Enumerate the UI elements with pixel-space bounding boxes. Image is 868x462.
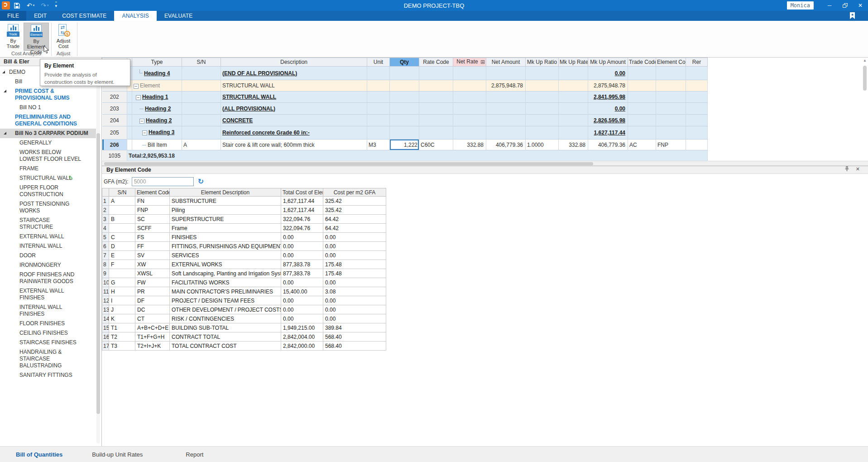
row-number[interactable]: 204 xyxy=(102,115,127,126)
row-number[interactable]: 203 xyxy=(102,103,127,115)
tree-item-internal-wall-finishes[interactable]: INTERNAL WALL FINISHES xyxy=(0,303,96,319)
cell-description[interactable]: STRUCTURAL WALL xyxy=(221,80,367,91)
scrollbar-thumb[interactable] xyxy=(863,66,867,91)
cell-type[interactable]: Heading 2 xyxy=(132,103,182,115)
cell-net-rate[interactable]: 332.88 xyxy=(453,140,486,150)
tree-item-handrailing[interactable]: HANDRAILING & STAIRCASE BALUSTRADING xyxy=(0,347,96,371)
cell-qty[interactable] xyxy=(390,115,419,126)
cell-mk-amount[interactable]: 2,875,948.78 xyxy=(588,80,628,91)
grid-row-206-selected[interactable]: 206 Bill Item A Stair core & lift core w… xyxy=(102,140,708,150)
grid-row-element[interactable]: −Element STRUCTURAL WALL 2,875,948.78 2,… xyxy=(102,80,708,91)
expander-icon[interactable] xyxy=(2,71,5,73)
cell-element[interactable] xyxy=(656,115,686,126)
row-number[interactable]: 202 xyxy=(102,91,127,103)
cell-remarks[interactable] xyxy=(686,103,708,115)
cell-qty[interactable] xyxy=(390,126,419,140)
cell-type[interactable]: −Element xyxy=(132,80,182,91)
cell-unit[interactable] xyxy=(367,115,390,126)
cell-rate-code[interactable] xyxy=(419,91,453,103)
col-header-sn[interactable]: S/N xyxy=(182,58,221,67)
refresh-icon[interactable]: ↻ xyxy=(198,178,204,185)
cell-element[interactable] xyxy=(656,126,686,140)
collapse-icon[interactable]: − xyxy=(134,84,139,89)
tab-bill-of-quantities[interactable]: Bill of Quantities xyxy=(11,451,67,458)
tree-item-works-below-lowest-floor-level[interactable]: WORKS BELOW LOWEST FLOOR LEVEL xyxy=(0,148,96,164)
cell-element[interactable] xyxy=(656,103,686,115)
expand-column-icon[interactable]: ⊞ xyxy=(480,58,485,66)
cell-element[interactable] xyxy=(656,91,686,103)
col-header-rate-code[interactable]: Rate Code xyxy=(419,58,453,67)
quick-access-toolbar-button[interactable]: ▾ xyxy=(55,2,58,9)
tree-item-ceiling-finishes[interactable]: CEILING FINISHES xyxy=(0,328,96,338)
tree-item-roof-finishes[interactable]: ROOF FINISHES AND RAINWATER GOODS xyxy=(0,270,96,286)
cell-type[interactable]: −Heading 3 xyxy=(132,126,182,140)
cell-mk-rate[interactable] xyxy=(559,67,588,80)
cell-mk-amount[interactable]: 2,826,595.98 xyxy=(588,115,628,126)
row-number[interactable]: 206 xyxy=(102,140,127,150)
tab-evaluate[interactable]: EVALUATE xyxy=(157,11,201,21)
cell-mk-amount[interactable]: 0.00 xyxy=(588,67,628,80)
bookmark-icon[interactable]: ★ xyxy=(849,12,855,21)
save-icon[interactable] xyxy=(14,2,20,9)
cell-description[interactable]: (ALL PROVISIONAL) xyxy=(221,103,367,115)
tab-report[interactable]: Report xyxy=(181,451,208,458)
col-header-net-amount[interactable]: Net Amount xyxy=(486,58,526,67)
cell-net-rate[interactable] xyxy=(453,91,486,103)
cell-mk-amount[interactable]: 406,779.36 xyxy=(588,140,628,150)
cell-qty[interactable] xyxy=(390,67,419,80)
col-header-cost-per-m2[interactable]: Cost per m2 GFA xyxy=(323,188,386,197)
cell-rate-code[interactable] xyxy=(419,67,453,80)
tab-analysis[interactable]: ANALYSIS xyxy=(114,11,156,21)
col-header-element-code[interactable]: Element Code xyxy=(135,188,170,197)
cell-mk-amount[interactable]: 2,841,995.98 xyxy=(588,91,628,103)
pin-panel-icon[interactable] xyxy=(844,166,849,173)
col-header-sn[interactable]: S/N xyxy=(109,188,135,197)
cell-net-amount[interactable]: 406,779.36 xyxy=(486,140,526,150)
tree-item-internal-wall[interactable]: INTERNAL WALL xyxy=(0,241,96,251)
cell-net-rate[interactable] xyxy=(453,126,486,140)
tree-item-preliminaries[interactable]: PRELIMINARIES AND GENERAL CONDITIONS xyxy=(0,112,96,129)
cell-trade[interactable] xyxy=(628,91,656,103)
tree-item-frame[interactable]: FRAME xyxy=(0,164,96,173)
cell-sn[interactable] xyxy=(182,126,221,140)
cell-remarks[interactable] xyxy=(686,140,708,150)
cell-sn[interactable] xyxy=(182,80,221,91)
col-header-mk-up-amount[interactable]: Mk Up Amount xyxy=(588,58,628,67)
cell-rate-code[interactable]: C60C xyxy=(419,140,453,150)
cell-mk-amount[interactable]: 1,627,117.44 xyxy=(588,126,628,140)
tree-item-staircase-structure[interactable]: STAIRCASE STRUCTURE xyxy=(0,216,96,232)
cell-mk-rate[interactable] xyxy=(559,126,588,140)
tree-item-external-wall[interactable]: EXTERNAL WALL xyxy=(0,232,96,241)
cell-type[interactable]: Bill Item xyxy=(132,140,182,150)
sidebar-scrollbar[interactable] xyxy=(96,67,100,443)
cell-sn[interactable] xyxy=(182,115,221,126)
close-panel-icon[interactable]: ✕ xyxy=(856,166,860,173)
grid-row-203[interactable]: 203 Heading 2 (ALL PROVISIONAL) 0.00 xyxy=(102,103,708,115)
tab-cost-estimate[interactable]: COST ESTIMATE xyxy=(54,11,114,21)
cell-remarks[interactable] xyxy=(686,115,708,126)
tree-item-ironmongery[interactable]: IRONMONGERY xyxy=(0,260,96,270)
cell-rate-code[interactable] xyxy=(419,126,453,140)
cell-unit[interactable] xyxy=(367,80,390,91)
undo-button[interactable]: ↶▾ xyxy=(27,2,34,9)
adjust-cost-button[interactable]: ⇄⇆ $ AdjustCost xyxy=(53,23,73,51)
cell-sn[interactable] xyxy=(182,91,221,103)
tree-item-prime-cost[interactable]: PRIME COST & PROVISIONAL SUMS xyxy=(0,87,96,103)
cell-remarks[interactable] xyxy=(686,91,708,103)
tree-item-external-wall-finishes[interactable]: EXTERNAL WALL FINISHES xyxy=(0,286,96,303)
col-header-type[interactable]: Type xyxy=(132,58,182,67)
grid-horizontal-scrollbar[interactable] xyxy=(102,161,868,166)
cell-ratio[interactable] xyxy=(526,126,559,140)
cell-trade[interactable] xyxy=(628,115,656,126)
cell-net-amount[interactable]: 2,875,948.78 xyxy=(486,80,526,91)
cell-unit[interactable] xyxy=(367,103,390,115)
cell-mk-rate[interactable] xyxy=(559,91,588,103)
cell-ratio[interactable] xyxy=(526,103,559,115)
cell-element[interactable]: FNP xyxy=(656,140,686,150)
grid-row-204[interactable]: 204 −Heading 2 CONCRETE 2,826,595.98 xyxy=(102,115,708,126)
cell-remarks[interactable] xyxy=(686,80,708,91)
collapse-icon[interactable]: − xyxy=(139,119,144,124)
minimize-button[interactable]: ─ xyxy=(822,0,837,11)
col-header-element-description[interactable]: Element Description xyxy=(170,188,281,197)
redo-button[interactable]: ↷▾ xyxy=(41,2,48,9)
